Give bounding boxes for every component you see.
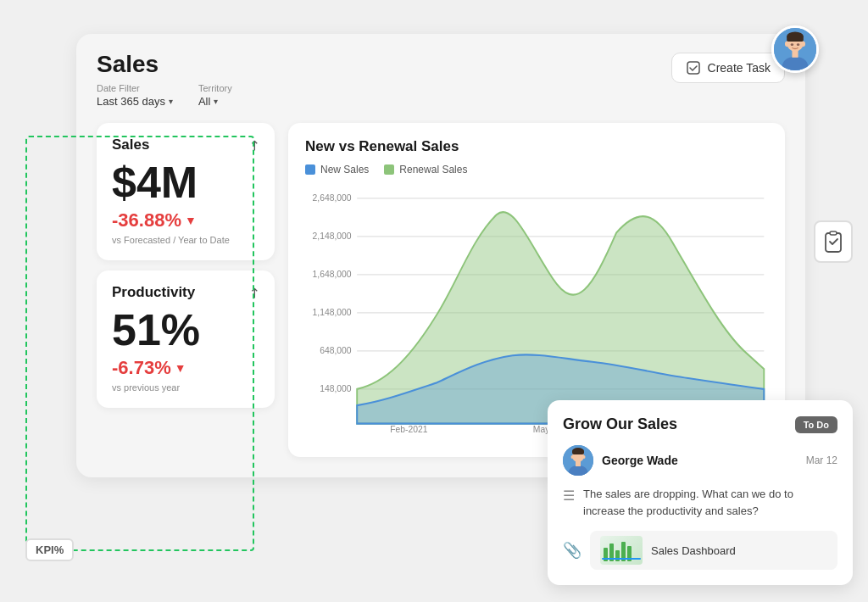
svg-text:Feb-2021: Feb-2021 [390,424,427,435]
paperclip-icon: 📎 [563,541,581,560]
productivity-kpi-header: Productivity ↗ [112,284,259,301]
task-user-info: George Wade [563,445,678,476]
todo-badge: To Do [795,416,837,433]
svg-point-6 [802,42,805,47]
message-lines-icon: ☰ [563,488,575,519]
task-card-title: Grow Our Sales [563,415,677,433]
date-filter-select[interactable]: Last 365 days ▾ [97,95,173,108]
svg-rect-3 [787,36,804,42]
chart-legend: New Sales Renewal Sales [305,164,768,176]
sales-arrow-icon: ↗ [244,136,264,155]
svg-text:2,648,000: 2,648,000 [313,192,352,203]
svg-rect-4 [792,50,798,58]
svg-point-5 [785,42,788,47]
mini-trend-line [602,558,641,560]
attachment-name: Sales Dashboard [651,544,736,557]
svg-point-8 [797,43,800,46]
productivity-kpi-title: Productivity [112,284,195,301]
user-avatar [771,25,819,73]
sales-down-triangle-icon: ▼ [185,214,197,227]
new-sales-color-dot [305,164,315,175]
sales-kpi-header: Sales ↗ [112,137,259,153]
sales-kpi-change: -36.88% ▼ [112,209,259,231]
legend-renewal-sales: Renewal Sales [384,164,467,176]
svg-rect-26 [830,231,837,235]
dashboard-header: Sales Date Filter Last 365 days ▾ Territ… [97,51,785,108]
task-date: Mar 12 [806,454,837,466]
productivity-arrow-icon: ↗ [244,283,264,303]
date-filter-label: Date Filter [97,83,173,93]
date-filter-value: Last 365 days [97,95,165,108]
legend-new-sales-label: New Sales [320,164,369,176]
productivity-down-triangle-icon: ▼ [175,361,186,375]
dashboard-title: Sales [97,51,232,78]
svg-text:148,000: 148,000 [320,382,351,393]
task-user-avatar [563,445,593,476]
task-username: George Wade [602,454,678,467]
create-task-button[interactable]: Create Task [671,53,785,83]
productivity-kpi-subtitle: vs previous year [112,382,259,393]
sales-kpi-subtitle: vs Forecasted / Year to Date [112,235,259,245]
legend-renewal-sales-label: Renewal Sales [399,164,467,176]
sales-change-value: -36.88% [112,209,181,231]
productivity-kpi-change: -6.73% ▼ [112,357,259,379]
date-filter-chevron-icon: ▾ [169,97,173,106]
task-user-row: George Wade Mar 12 [563,445,837,476]
productivity-change-value: -6.73% [112,357,171,379]
header-filters: Date Filter Last 365 days ▾ Territory Al… [97,83,232,108]
sales-kpi-value: $4M [112,160,259,204]
sales-kpi-title: Sales [112,137,149,153]
svg-point-7 [791,43,794,46]
svg-rect-30 [572,450,584,454]
renewal-sales-color-dot [384,164,394,175]
mini-bar-3 [615,550,620,561]
svg-rect-9 [687,62,699,74]
territory-filter-select[interactable]: All ▾ [198,95,232,108]
territory-filter-label: Territory [198,83,232,93]
task-attachment-row: 📎 Sales Dashboard [563,531,837,570]
mini-chart-bars [600,536,643,565]
productivity-kpi-card: Productivity ↗ 51% -6.73% ▼ vs previous … [97,270,275,408]
legend-new-sales: New Sales [305,164,369,176]
svg-text:2,148,000: 2,148,000 [313,230,352,241]
task-card-header: Grow Our Sales To Do [563,415,837,433]
sales-kpi-card: Sales ↗ $4M -36.88% ▼ vs Forecasted / Ye… [97,123,275,260]
territory-chevron-icon: ▾ [214,97,218,106]
kpi-percent-label: KPI% [25,538,74,561]
svg-rect-31 [576,461,581,466]
create-task-label: Create Task [708,61,771,75]
svg-text:648,000: 648,000 [320,344,351,355]
task-message-text: The sales are dropping. What can we do t… [583,486,837,519]
territory-filter-value: All [198,95,210,108]
task-message-row: ☰ The sales are dropping. What can we do… [563,486,837,519]
attachment-preview[interactable]: Sales Dashboard [590,531,837,570]
kpi-column: Sales ↗ $4M -36.88% ▼ vs Forecasted / Ye… [97,123,275,457]
task-check-icon [686,60,701,75]
svg-point-33 [583,455,586,459]
chart-title: New vs Renewal Sales [305,138,768,155]
attachment-thumbnail [600,536,643,565]
clipboard-icon [823,231,843,253]
date-filter-group: Date Filter Last 365 days ▾ [97,83,173,108]
task-card: Grow Our Sales To Do George Wade Mar 12 [548,400,853,585]
clipboard-icon-button[interactable] [814,220,853,263]
svg-text:1,148,000: 1,148,000 [313,306,352,317]
svg-point-32 [571,455,574,459]
territory-filter-group: Territory All ▾ [198,83,232,108]
svg-text:1,648,000: 1,648,000 [313,268,352,279]
productivity-kpi-value: 51% [112,308,259,352]
